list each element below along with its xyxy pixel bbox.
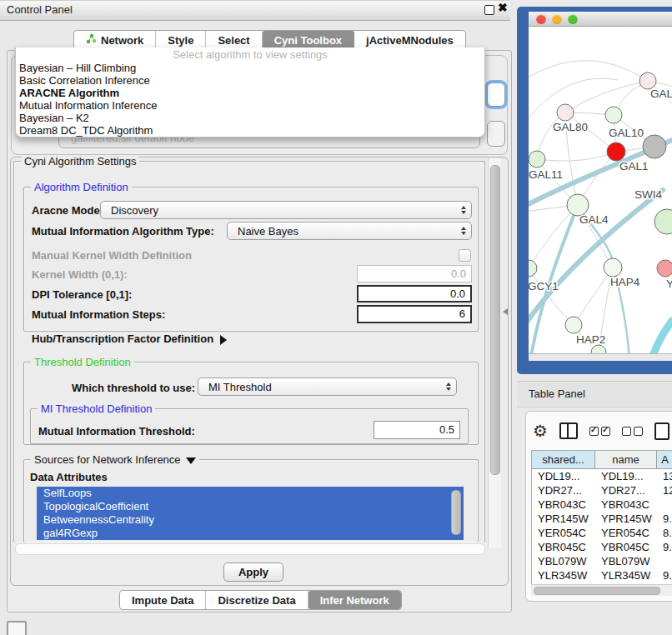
- table-row[interactable]: YBR045CYBR045C9.: [532, 540, 672, 554]
- table-cell: 8.: [657, 526, 672, 540]
- table-hscrollbar-thumb[interactable]: [534, 587, 660, 595]
- mi-algorithm-type-value: Naive Bayes: [228, 225, 456, 238]
- algorithm-option-mutual-information-inference[interactable]: Mutual Information Inference: [16, 99, 484, 112]
- network-edge[interactable]: [529, 61, 648, 81]
- table-toolbar: ⚙: [533, 420, 669, 442]
- apply-button[interactable]: Apply: [223, 562, 283, 582]
- attribute-betweennesscentrality[interactable]: BetweennessCentrality: [37, 513, 464, 527]
- collapse-arrow-icon: [186, 458, 196, 464]
- settings-vscrollbar[interactable]: [488, 158, 501, 548]
- settings-hscrollbar[interactable]: [15, 543, 485, 555]
- unchecked-columns-icon[interactable]: [622, 427, 643, 436]
- panel-splitter-arrow[interactable]: [503, 308, 508, 315]
- node-gal11[interactable]: [529, 151, 545, 168]
- float-window-icon[interactable]: [484, 5, 494, 15]
- network-canvas[interactable]: GALGAL80GAL10GAL1GAL11SWI4GAL4GCY1HAP4YH…: [529, 27, 672, 353]
- algorithm-option-basic-correlation-inference[interactable]: Basic Correlation Inference: [16, 74, 484, 87]
- tab-impute-data[interactable]: Impute Data: [120, 591, 206, 609]
- aracne-mode-value: Discovery: [101, 204, 456, 217]
- node-gcy1[interactable]: [529, 260, 537, 277]
- attribute-gal4rgexp[interactable]: gal4RGexp: [37, 527, 464, 540]
- table-row[interactable]: YBR043CYBR043C: [532, 498, 672, 512]
- docked-window-icon[interactable]: [7, 621, 27, 635]
- secondary-combo-edge[interactable]: [487, 121, 505, 147]
- node-hap4[interactable]: [604, 258, 622, 277]
- columns-icon[interactable]: [559, 422, 578, 439]
- network-edge[interactable]: [537, 152, 616, 161]
- algorithm-option-bayesian-hill-climbing[interactable]: Bayesian – Hill Climbing: [16, 62, 484, 74]
- node-label-y-node: Y: [666, 278, 672, 290]
- table-cell: YDL19...: [595, 469, 657, 483]
- checked-columns-icon[interactable]: [589, 427, 610, 436]
- mi-algorithm-type-label: Mutual Information Algorithm Type:: [32, 225, 214, 238]
- attributes-scrollbar-thumb[interactable]: [451, 490, 461, 535]
- gear-icon[interactable]: ⚙: [533, 422, 548, 439]
- node-label-gal11: GAL11: [529, 168, 563, 181]
- algorithm-dropdown-placeholder: Select algorithm to view settings: [16, 48, 484, 62]
- table-cell: YBR043C: [532, 498, 595, 512]
- column-header-name[interactable]: name: [595, 451, 657, 468]
- node-swi4[interactable]: [654, 209, 672, 234]
- tab-discretize-data[interactable]: Discretize Data: [206, 591, 308, 609]
- table-cell: YBL079W: [595, 554, 657, 568]
- tab-jactivemnodules[interactable]: jActiveMNodules: [354, 31, 465, 49]
- network-edge[interactable]: [529, 190, 663, 327]
- settings-vscrollbar-thumb[interactable]: [490, 165, 500, 475]
- hub-definition-toggle[interactable]: Hub/Transcription Factor Definition: [32, 332, 227, 345]
- tab-cyni-toolbox[interactable]: Cyni Toolbox: [263, 31, 354, 49]
- table-row[interactable]: YDL19...YDL19...13: [532, 469, 672, 483]
- dpi-tolerance-field[interactable]: 0.0: [357, 285, 472, 302]
- sources-group-title[interactable]: Sources for Network Inference: [31, 453, 199, 466]
- algorithm-combo-edge[interactable]: [487, 82, 505, 107]
- page-icon[interactable]: [654, 422, 669, 440]
- mi-algorithm-type-combo[interactable]: Naive Bayes: [227, 222, 472, 240]
- node-gal-top[interactable]: [639, 72, 656, 89]
- attribute-selfloops[interactable]: SelfLoops: [37, 487, 464, 500]
- spinner-arrows-icon: [456, 227, 471, 235]
- table-hscrollbar[interactable]: [531, 584, 672, 596]
- aracne-mode-combo[interactable]: Discovery: [100, 201, 472, 219]
- mi-steps-field[interactable]: 6: [357, 305, 472, 323]
- network-window-bottom: [529, 353, 672, 361]
- node-bottom-node[interactable]: [591, 345, 606, 353]
- kernel-width-field[interactable]: 0.0: [357, 265, 472, 282]
- table-row[interactable]: YLR345WYLR345W9.: [532, 568, 672, 582]
- mi-threshold-field[interactable]: 0.5: [374, 421, 460, 439]
- node-gal80[interactable]: [557, 104, 574, 121]
- table-row[interactable]: YPR145WYPR145W9.: [532, 512, 672, 526]
- network-edge[interactable]: [652, 321, 672, 353]
- expand-arrow-icon: [220, 335, 227, 345]
- network-edge[interactable]: [565, 81, 648, 112]
- algorithm-option-bayesian-k2[interactable]: Bayesian – K2: [16, 112, 484, 124]
- tab-network[interactable]: Network: [74, 31, 156, 49]
- algorithm-option-dream8-dc-tdc-algorithm[interactable]: Dream8 DC_TDC Algorithm: [16, 124, 484, 137]
- tab-style[interactable]: Style: [156, 31, 206, 49]
- node-y-node[interactable]: [657, 260, 672, 277]
- tab-label: Select: [218, 34, 249, 47]
- column-header-a[interactable]: A: [657, 451, 672, 468]
- algorithm-option-aracne-algorithm[interactable]: ARACNE Algorithm: [16, 87, 484, 99]
- node-gal10[interactable]: [605, 107, 622, 123]
- tab-infer-network[interactable]: Infer Network: [308, 591, 401, 609]
- close-icon[interactable]: ✖: [498, 1, 508, 14]
- table-cell: YER054C: [595, 526, 657, 540]
- table-row[interactable]: YBL079WYBL079W: [532, 554, 672, 568]
- node-gal1[interactable]: [607, 142, 625, 161]
- network-edge[interactable]: [529, 205, 578, 268]
- table-cell: [657, 498, 672, 512]
- network-window-titlebar[interactable]: [529, 12, 672, 27]
- table-row[interactable]: YDR27...YDR27...12: [532, 483, 672, 498]
- zoom-light[interactable]: [568, 14, 578, 24]
- table-row[interactable]: YER054CYER054C8.: [532, 526, 672, 540]
- node-label-gal1: GAL1: [619, 160, 649, 172]
- column-header-shared-[interactable]: shared...: [532, 451, 595, 468]
- node-gray-node[interactable]: [643, 135, 666, 158]
- manual-kernel-checkbox[interactable]: [459, 249, 471, 262]
- close-light[interactable]: [536, 14, 546, 24]
- which-threshold-combo[interactable]: MI Threshold: [198, 378, 457, 396]
- attribute-topologicalcoefficient[interactable]: TopologicalCoefficient: [37, 500, 464, 513]
- table-cell: YBR045C: [595, 540, 657, 554]
- minimize-light[interactable]: [552, 14, 562, 24]
- tab-select[interactable]: Select: [206, 31, 262, 49]
- node-hap2[interactable]: [565, 317, 582, 333]
